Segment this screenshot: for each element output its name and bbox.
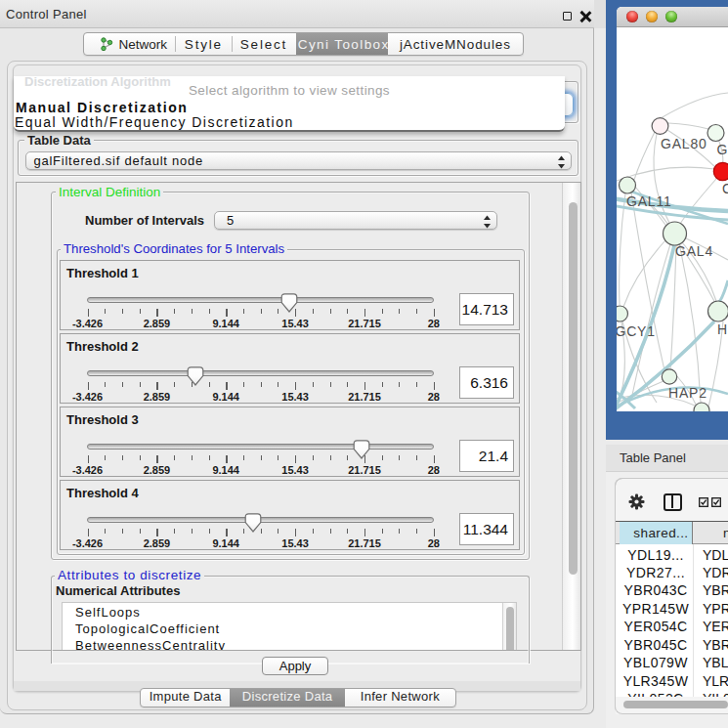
svg-text:GAL1: GAL1 (717, 142, 728, 157)
svg-text:C: C (722, 181, 728, 196)
svg-text:GAL80: GAL80 (661, 136, 707, 151)
svg-text:HAP2: HAP2 (668, 385, 707, 401)
svg-text:GAL4: GAL4 (675, 243, 713, 259)
svg-text:H: H (717, 321, 728, 337)
svg-text:GAL11: GAL11 (626, 193, 672, 209)
svg-text:GCY1: GCY1 (617, 323, 656, 339)
